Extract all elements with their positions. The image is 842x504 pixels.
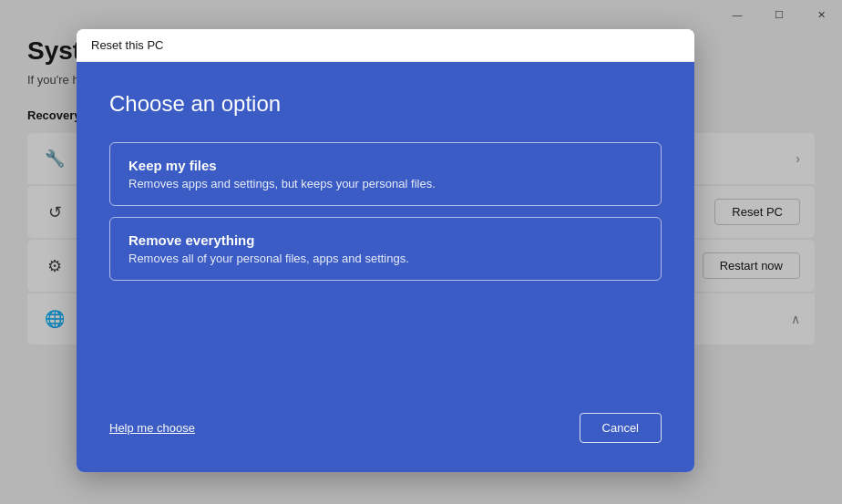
dialog-heading: Choose an option: [109, 91, 662, 117]
remove-everything-title: Remove everything: [128, 232, 642, 248]
dialog-body: Choose an option Keep my files Removes a…: [77, 62, 694, 472]
keep-files-description: Removes apps and settings, but keeps you…: [128, 177, 642, 190]
keep-files-title: Keep my files: [128, 158, 642, 173]
remove-everything-description: Removes all of your personal files, apps…: [128, 252, 642, 265]
remove-everything-option[interactable]: Remove everything Removes all of your pe…: [109, 217, 662, 281]
dialog-footer: Help me choose Cancel: [109, 387, 662, 443]
dialog-titlebar: Reset this PC: [77, 29, 694, 62]
cancel-button[interactable]: Cancel: [580, 413, 662, 443]
dialog-title: Reset this PC: [91, 38, 163, 52]
keep-files-option[interactable]: Keep my files Removes apps and settings,…: [109, 142, 662, 206]
reset-pc-dialog: Reset this PC Choose an option Keep my f…: [77, 29, 694, 472]
help-me-choose-link[interactable]: Help me choose: [109, 421, 195, 435]
